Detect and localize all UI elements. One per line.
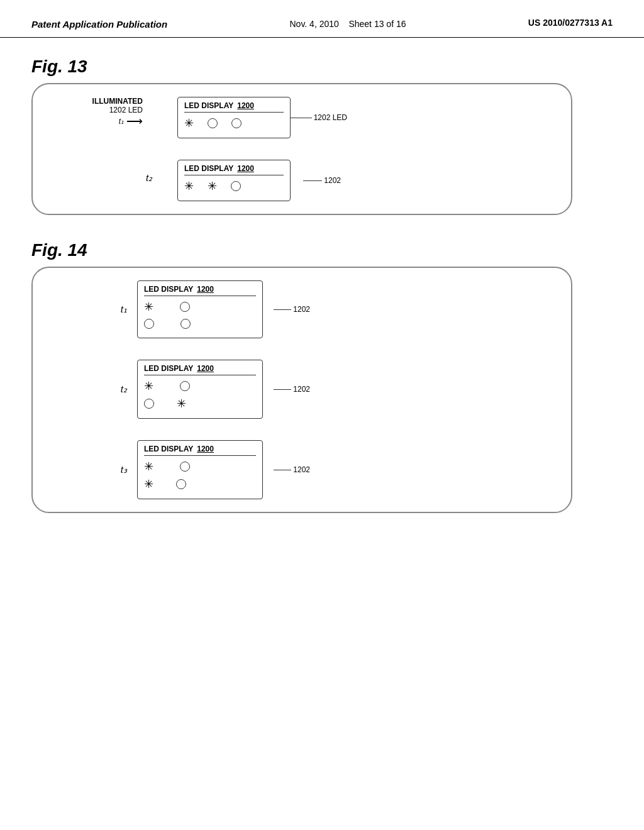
fig13-t1-led-display: LED DISPLAY 1200 ✳ — [177, 97, 291, 138]
circle-t2-1 — [231, 181, 241, 191]
fig14-t2-row: t₂ LED DISPLAY 1200 ✳ — [108, 360, 552, 419]
fig13-t2-row: t₂ LED DISPLAY 1200 ✳ ✳ — [146, 160, 552, 201]
fig13-t2-annotation: 1202 — [303, 176, 341, 185]
fig14-t3-label: t₃ — [108, 464, 127, 475]
circle-t1-2 — [231, 118, 242, 128]
fig13-t2-label-vis: t₂ — [146, 160, 165, 184]
figure-13-section: Fig. 13 ILLUMINATED 1202 LED t₁ ⟶ t — [31, 57, 613, 215]
fig14-t2-label: t₂ — [108, 384, 127, 395]
fig14-t1-row2 — [144, 319, 256, 329]
fig13-illuminated-label: ILLUMINATED 1202 LED t₁ ⟶ — [45, 97, 143, 128]
fig14-t1-display-wrap: LED DISPLAY 1200 ✳ — [137, 280, 263, 338]
fig14-t3-display-title: LED DISPLAY 1200 — [144, 445, 256, 456]
fig14-t2-row1: ✳ — [144, 380, 256, 392]
fig14-t3-annotation: 1202 — [274, 465, 310, 474]
circle-t1-1 — [208, 118, 218, 128]
illuminated-text: ILLUMINATED — [45, 97, 143, 106]
circle-14-t2-2 — [144, 399, 154, 409]
fig14-t1-annotation: 1202 — [274, 305, 310, 314]
circle-14-t3-1 — [180, 462, 190, 472]
circle-14-t1-3 — [180, 319, 191, 329]
fig13-t1-display: LED DISPLAY 1200 ✳ 12 — [177, 97, 291, 138]
fig14-outer-box: t₁ LED DISPLAY 1200 ✳ — [31, 267, 572, 513]
fig14-t1-led-display: LED DISPLAY 1200 ✳ — [137, 280, 263, 338]
sun-icon-14-t2-1: ✳ — [144, 380, 153, 392]
fig14-t2-annotation: 1202 — [274, 385, 310, 394]
fig14-t2-row2: ✳ — [144, 398, 256, 409]
fig13-t2-display-title: LED DISPLAY 1200 — [184, 164, 284, 175]
fig14-t3-led-display: LED DISPLAY 1200 ✳ ✳ — [137, 440, 263, 499]
fig13-t1-row1: ✳ — [184, 118, 284, 129]
fig13-t1-display-title: LED DISPLAY 1200 — [184, 101, 284, 113]
circle-14-t1-2 — [144, 319, 154, 329]
patent-number: US 2010/0277313 A1 — [528, 18, 613, 28]
fig14-t1-display-title: LED DISPLAY 1200 — [144, 285, 256, 296]
sun-icon-14-t1-1: ✳ — [144, 301, 153, 313]
fig13-t1-annotation: 1202 LED — [290, 113, 347, 122]
sun-icon-14-t2-2: ✳ — [177, 398, 186, 409]
fig14-t3-row1: ✳ — [144, 461, 256, 472]
led-label-top: 1202 LED — [45, 106, 143, 114]
sun-icon-t1-1: ✳ — [184, 118, 194, 129]
sun-icon-14-t3-2: ✳ — [144, 479, 153, 490]
fig14-t2-display-title: LED DISPLAY 1200 — [144, 364, 256, 375]
circle-14-t1-1 — [180, 302, 190, 312]
figure-14-section: Fig. 14 t₁ LED DISPLAY 1200 — [31, 240, 613, 513]
fig13-t1-row: t LED DISPLAY 1200 ✳ — [146, 97, 552, 138]
sun-icon-t2-2: ✳ — [208, 180, 217, 192]
fig13-label: Fig. 13 — [31, 57, 613, 77]
sheet-info: Nov. 4, 2010 Sheet 13 of 16 — [289, 18, 406, 31]
circle-14-t2-1 — [180, 381, 190, 391]
sun-icon-14-t3-1: ✳ — [144, 461, 153, 472]
fig13-t2-row1: ✳ ✳ — [184, 180, 284, 192]
fig13-t2-led-display: LED DISPLAY 1200 ✳ ✳ — [177, 160, 291, 201]
t1-text-left: t₁ — [119, 117, 124, 126]
fig14-t3-row2: ✳ — [144, 479, 256, 490]
main-content: Fig. 13 ILLUMINATED 1202 LED t₁ ⟶ t — [0, 38, 644, 557]
fig13-outer-box: ILLUMINATED 1202 LED t₁ ⟶ t LED DISPLAY — [31, 83, 572, 215]
fig14-t3-row: t₃ LED DISPLAY 1200 ✳ — [108, 440, 552, 499]
publication-label: Patent Application Publication — [31, 18, 167, 31]
fig13-inner: ILLUMINATED 1202 LED t₁ ⟶ t LED DISPLAY — [45, 97, 552, 201]
fig14-t1-row1: ✳ — [144, 301, 256, 313]
fig14-t2-display-wrap: LED DISPLAY 1200 ✳ ✳ — [137, 360, 263, 419]
fig14-t1-label: t₁ — [108, 304, 127, 315]
fig14-t1-row: t₁ LED DISPLAY 1200 ✳ — [108, 280, 552, 338]
fig13-t2-display: LED DISPLAY 1200 ✳ ✳ 1 — [177, 160, 291, 201]
fig14-t3-display-wrap: LED DISPLAY 1200 ✳ ✳ — [137, 440, 263, 499]
circle-14-t3-2 — [176, 479, 186, 489]
fig14-inner: t₁ LED DISPLAY 1200 ✳ — [45, 280, 552, 499]
fig14-label: Fig. 14 — [31, 240, 613, 260]
sun-icon-t2-1: ✳ — [184, 180, 194, 192]
fig14-t2-led-display: LED DISPLAY 1200 ✳ ✳ — [137, 360, 263, 419]
page-header: Patent Application Publication Nov. 4, 2… — [0, 0, 644, 38]
